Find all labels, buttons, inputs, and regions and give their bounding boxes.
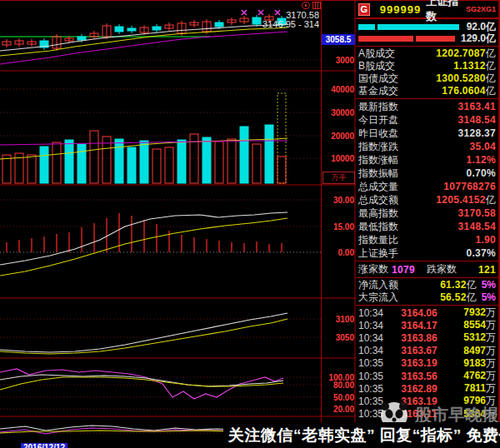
tick-time: 10:34 (358, 320, 389, 331)
tick-time: 10:34 (358, 345, 389, 356)
candle (215, 22, 223, 27)
tick-unit: 万 (486, 319, 496, 331)
tick-row: 10:343164.178554万 (356, 319, 498, 331)
chart-area[interactable]: 3170.58 3146.95 - 314 3058.5 30004000030… (0, 0, 356, 448)
volume-bar (115, 139, 123, 183)
tick-row: 10:343163.678497万 (356, 345, 498, 357)
up-count-label: 涨家数 (358, 262, 388, 276)
flows-section: 净流入额61.32亿5%大宗流入56.52亿5% (356, 279, 498, 304)
info-row: 昨日收盘3128.37 (356, 127, 498, 140)
index-section: 最新指数3163.41今日开盘3148.54昨日收盘3128.37指数涨跌35.… (356, 100, 498, 260)
info-row: 最高指数3170.58 (356, 207, 498, 220)
info-row: 指数量比1.90 (356, 233, 498, 246)
info-row: 总成交量107768276 (356, 180, 498, 193)
volume-bar (240, 127, 248, 183)
down-count-label: 跌家数 (427, 262, 457, 276)
tick-price: 3162.89 (389, 383, 449, 395)
volume-bar (252, 144, 261, 183)
axis-tick-label: 3000 (322, 56, 355, 65)
axis-tick-label: 40000 (322, 85, 355, 94)
info-row: 指数涨幅1.12% (356, 153, 498, 167)
row-unit: 亿 (467, 291, 477, 303)
info-row: 最新指数3163.41 (356, 100, 498, 113)
volume-bar (152, 149, 161, 183)
row-value: 3148.54 (458, 114, 496, 126)
info-row: 总成交额1205.4152亿 (356, 193, 498, 207)
volume-bar (128, 147, 136, 183)
chart-canvas[interactable] (0, 0, 356, 448)
row-value: 56.52 (440, 291, 467, 303)
flow-percent: 5% (482, 291, 496, 303)
tick-row: 10:343164.067932万 (356, 306, 498, 319)
volume-bar (78, 144, 86, 183)
tick-unit: 万 (486, 370, 496, 381)
row-label: 指数量比 (358, 233, 398, 247)
tick-row: 10:343163.865312万 (356, 331, 498, 344)
axis-tick-label: 3050 (322, 333, 355, 342)
volume-bar (90, 131, 98, 183)
volume-unit-box: 万手 (322, 172, 355, 184)
row-label: 最高指数 (358, 207, 398, 221)
depth-bars: 92.0亿129.0亿 (356, 19, 498, 45)
row-unit: 亿 (486, 47, 496, 59)
volume-bar (228, 139, 236, 183)
flow-row: 大宗流入56.52亿5% (356, 291, 498, 304)
row-label: 大宗流入 (358, 291, 398, 305)
row-value: 35.04 (469, 141, 496, 152)
high-price-annotation: 3170.58 (238, 11, 319, 20)
tick-row: 10:353163.564762万 (356, 370, 498, 382)
tick-time: 10:35 (358, 383, 389, 395)
axis-tick-label: 80.00 (322, 381, 355, 390)
info-row: B股成交1.1312亿 (356, 60, 498, 72)
grid-icon[interactable] (312, 2, 321, 9)
tick-time: 10:34 (358, 332, 389, 344)
volume-bar (28, 155, 36, 183)
signal-tags: SG2XG1 (466, 5, 496, 13)
row-label: 指数涨跌 (358, 140, 398, 154)
tick-row: 10:353162.897811万 (356, 382, 498, 395)
kdj-line (0, 369, 283, 399)
tick-unit: 万 (486, 382, 496, 394)
tick-time: 10:35 (358, 371, 389, 382)
axis-tick-label: 30.00 (322, 196, 355, 205)
volume-bar (40, 147, 48, 183)
candle (115, 27, 123, 32)
tick-price: 3163.19 (389, 357, 449, 369)
tick-unit: 万 (486, 306, 496, 318)
sell-volume-bar-value: 129.0亿 (461, 32, 496, 46)
axis-tick-label: 0.00 (322, 248, 355, 257)
axis-tick-label: 20.00 (322, 405, 355, 414)
trading-terminal: 3170.58 3146.95 - 314 3058.5 30004000030… (0, 0, 500, 448)
candle (128, 28, 136, 31)
row-value: 1.90 (475, 234, 496, 246)
row-value: 61.32 (440, 279, 467, 291)
chart-toolbar (302, 2, 321, 9)
volume-bar (178, 140, 186, 183)
info-row: 指数涨跌35.04 (356, 140, 498, 153)
row-label: 总成交额 (358, 193, 398, 207)
updown-row: 涨家数 1079 跌家数 121 (356, 262, 498, 276)
row-unit: 亿 (486, 60, 496, 72)
flow-values: 56.52亿5% (440, 291, 496, 305)
flow-percent: 5% (482, 279, 496, 291)
tick-price: 3164.17 (389, 320, 449, 331)
info-row: 最低指数3148.54 (356, 220, 498, 233)
row-label: 最低指数 (358, 220, 398, 234)
info-row: 上证换手0.37% (356, 246, 498, 260)
info-row: 国债成交1300.5280亿 (356, 72, 498, 85)
row-label: 总成交量 (358, 180, 398, 194)
tick-time: 10:35 (358, 357, 389, 369)
row-value: 1.12% (466, 154, 496, 166)
row-value: 176.0604亿 (442, 84, 496, 98)
tick-price: 3163.86 (389, 332, 449, 344)
info-row: A股成交1202.7087亿 (356, 47, 498, 60)
candle (78, 37, 86, 40)
axis-tick-label: 3100 (322, 315, 355, 324)
axis-tick-label: 50.00 (322, 393, 355, 402)
row-value: 0.37% (466, 247, 496, 259)
row-value: 3170.58 (458, 207, 496, 219)
quote-header: G 999999 上证指数 SG2XG1 (356, 1, 498, 19)
target-icon[interactable] (302, 2, 310, 9)
sell-volume-bar-segment (358, 36, 413, 42)
current-price-marker: 3058.5 (322, 34, 355, 45)
